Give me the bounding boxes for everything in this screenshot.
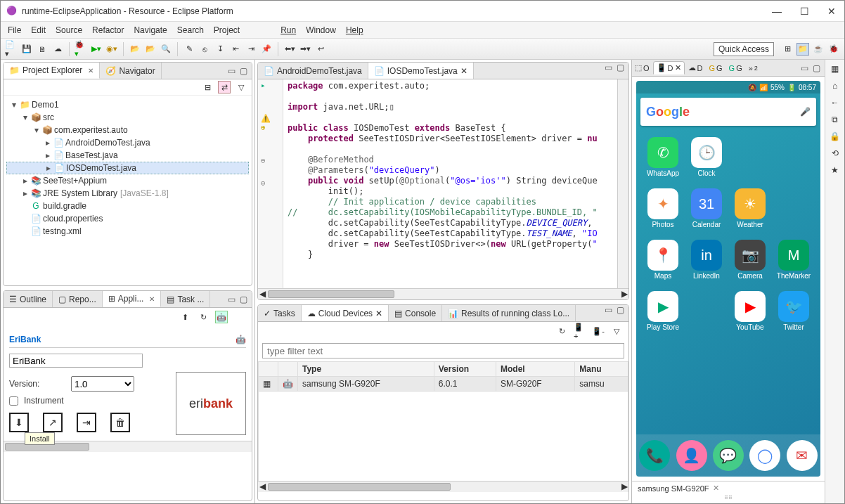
- menu-refactor[interactable]: Refactor: [92, 25, 124, 35]
- menu-file[interactable]: File: [8, 25, 21, 35]
- menu-run[interactable]: Run: [280, 25, 296, 35]
- pin-icon[interactable]: 📌: [260, 43, 273, 56]
- col-model[interactable]: Model: [496, 362, 575, 377]
- tree-file-basetest[interactable]: ▸ 📄 BaseTest.java: [6, 149, 249, 162]
- rtab-o[interactable]: ⬚O: [632, 62, 652, 74]
- open-perspective-icon[interactable]: ⊞: [781, 43, 794, 56]
- phone-app-Clock[interactable]: 🕒Clock: [687, 137, 726, 177]
- minimize-view-icon[interactable]: ▭: [228, 66, 236, 76]
- tab-cloud-devices[interactable]: ☁Cloud Devices✕: [302, 305, 389, 321]
- saveall-icon[interactable]: 🗎: [36, 43, 49, 56]
- tree-pkg[interactable]: ▾ 📦 com.experitest.auto: [6, 124, 249, 136]
- close-icon[interactable]: ✕: [675, 63, 681, 72]
- rtab-d[interactable]: 📱D✕: [653, 61, 685, 75]
- tree-lib-jre[interactable]: ▸ 📚 JRE System Library [JavaSE-1.8]: [6, 187, 249, 200]
- minimize-view-icon[interactable]: ▭: [605, 305, 612, 321]
- apple-icon[interactable]: [233, 311, 246, 323]
- coverage-icon[interactable]: ◉▾: [105, 43, 118, 56]
- tree-root[interactable]: ▾ 📁 Demo1: [6, 98, 249, 111]
- maximize-view-icon[interactable]: ▢: [617, 305, 624, 321]
- menu-window[interactable]: Window: [306, 25, 336, 35]
- menu-edit[interactable]: Edit: [31, 25, 46, 35]
- back-icon[interactable]: ⬅▾: [283, 43, 296, 56]
- home-icon[interactable]: ⌂: [832, 81, 837, 91]
- code-editor[interactable]: ▸ ⚠️ ⊕ ⊖ ⊖ package com.experitest.auto; …: [258, 79, 628, 288]
- minimize-button[interactable]: —: [769, 6, 785, 17]
- minimize-view-icon[interactable]: ▭: [228, 295, 236, 304]
- dock-app[interactable]: 📞: [639, 440, 670, 471]
- col-manu[interactable]: Manu: [575, 362, 628, 377]
- collapse-icon[interactable]: ⊟: [201, 81, 214, 93]
- toggle-icon[interactable]: ⎋: [198, 43, 211, 56]
- view-menu-icon[interactable]: ▽: [235, 81, 247, 93]
- tab-repo[interactable]: ▢Repo...: [53, 291, 103, 307]
- run-icon[interactable]: ▶▾: [90, 43, 103, 56]
- resource-perspective-icon[interactable]: 📁: [796, 43, 809, 56]
- rtab-g[interactable]: GG: [706, 63, 725, 74]
- new-icon[interactable]: 📄▾: [5, 43, 18, 56]
- import-button[interactable]: ⇥: [77, 413, 96, 432]
- tab-navigator[interactable]: 🧭 Navigator: [100, 63, 161, 79]
- tree-props[interactable]: 📄 cloud.properties: [6, 212, 249, 225]
- launch-button[interactable]: ↗: [43, 413, 63, 432]
- android-icon[interactable]: 🤖: [215, 311, 228, 323]
- search-icon[interactable]: 🔍: [160, 43, 172, 56]
- maximize-view-icon[interactable]: ▢: [617, 63, 624, 79]
- grid-icon[interactable]: ▦: [831, 64, 839, 74]
- dock-app[interactable]: ◯: [749, 440, 780, 471]
- forward-icon[interactable]: ➡▾: [299, 43, 311, 56]
- phone-app-Twitter[interactable]: 🐦Twitter: [774, 291, 813, 331]
- app-name-field[interactable]: [9, 354, 143, 368]
- tab-project-explorer[interactable]: 📁 Project Explorer ✕: [4, 63, 100, 79]
- col-os[interactable]: [278, 362, 298, 377]
- phone-app-LinkedIn[interactable]: inLinkedIn: [687, 240, 726, 280]
- close-button[interactable]: ✕: [825, 6, 839, 17]
- dock-app[interactable]: 💬: [713, 440, 744, 471]
- cloud-icon[interactable]: ☁: [51, 43, 64, 56]
- dock-app[interactable]: 👤: [676, 440, 707, 471]
- maximize-view-icon[interactable]: ▢: [240, 295, 247, 304]
- col-type[interactable]: Type: [298, 362, 434, 377]
- rtab-more[interactable]: »2: [746, 63, 761, 74]
- expand-icon[interactable]: ▸: [43, 138, 53, 148]
- expand-icon[interactable]: ▸: [43, 150, 53, 160]
- close-icon[interactable]: ✕: [460, 66, 467, 76]
- code-area[interactable]: package com.experitest.auto; import java…: [283, 79, 617, 288]
- expand-icon[interactable]: ▾: [9, 100, 19, 110]
- tree-file-android[interactable]: ▸ 📄 AndroidDemoTest.java: [6, 136, 249, 149]
- dock-app[interactable]: ✉: [787, 440, 818, 471]
- expand-icon[interactable]: ▾: [32, 125, 41, 135]
- phone-app-YouTube[interactable]: ▶YouTube: [730, 291, 770, 331]
- upload-icon[interactable]: ⬆: [179, 311, 191, 323]
- phone-app-Camera[interactable]: 📷Camera: [730, 240, 770, 280]
- menu-source[interactable]: Source: [56, 25, 82, 35]
- editor-tab-ios[interactable]: 📄 IOSDemoTest.java ✕: [368, 63, 474, 79]
- tree-src[interactable]: ▾ 📦 src: [6, 111, 249, 124]
- filter-input[interactable]: [262, 343, 624, 358]
- expand-icon[interactable]: ▸: [20, 176, 30, 186]
- maximize-view-icon[interactable]: ▢: [813, 63, 820, 73]
- col-icon[interactable]: [259, 362, 278, 377]
- phone-app-Play Store[interactable]: ▶Play Store: [643, 291, 683, 331]
- tree-testng[interactable]: 📄 testng.xml: [6, 225, 249, 238]
- phone-app-Photos[interactable]: ✦Photos: [643, 188, 683, 228]
- open-task-icon[interactable]: 📂: [144, 43, 157, 56]
- delete-button[interactable]: 🗑: [110, 413, 130, 432]
- debug-icon[interactable]: 🐞▾: [75, 43, 87, 56]
- editor-tab-android[interactable]: 📄 AndroidDemoTest.java: [258, 63, 368, 79]
- save-icon[interactable]: 💾: [20, 43, 33, 56]
- star-icon[interactable]: ★: [831, 165, 839, 175]
- scrollbar-v[interactable]: [617, 79, 628, 288]
- menu-project[interactable]: Project: [214, 25, 240, 35]
- phone-app-TheMarker[interactable]: MTheMarker: [774, 240, 813, 280]
- last-edit-icon[interactable]: ↩: [314, 43, 327, 56]
- tab-console[interactable]: ▤Console: [389, 305, 442, 321]
- refresh-icon[interactable]: ↻: [555, 325, 568, 337]
- close-icon[interactable]: ✕: [713, 484, 719, 493]
- link-icon[interactable]: ⇄: [218, 81, 231, 93]
- phone-app-WhatsApp[interactable]: ✆WhatsApp: [643, 137, 683, 177]
- debug-perspective-icon[interactable]: 🐞: [827, 43, 840, 56]
- tab-outline[interactable]: ☰Outline: [4, 291, 53, 307]
- phone-app-Calendar[interactable]: 31Calendar: [687, 188, 726, 228]
- rotate-icon[interactable]: ⟲: [832, 148, 839, 158]
